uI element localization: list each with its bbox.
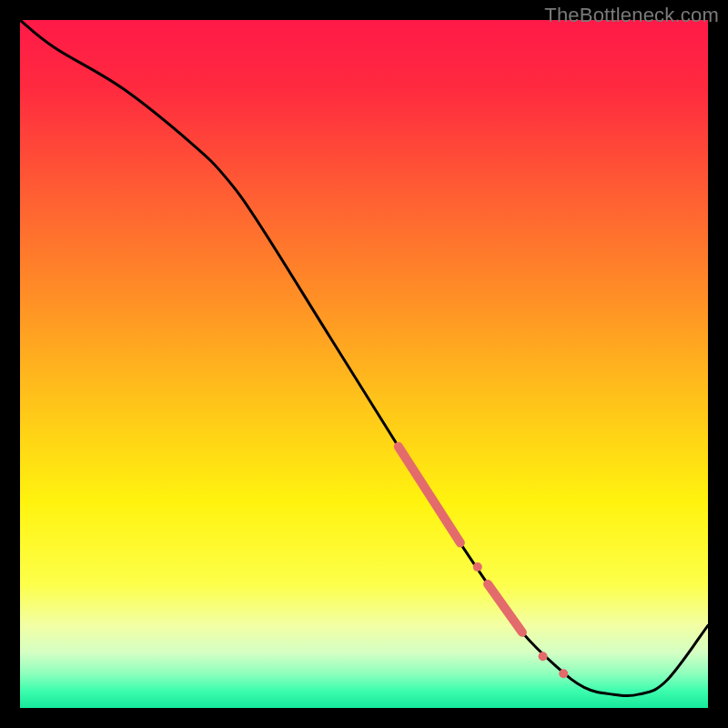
highlight-dot-0 bbox=[473, 562, 482, 571]
highlight-dot-2 bbox=[559, 669, 568, 678]
outer-frame: TheBottleneck.com bbox=[0, 0, 728, 728]
gradient-background bbox=[20, 20, 708, 708]
watermark-text: TheBottleneck.com bbox=[544, 4, 719, 27]
highlight-dot-1 bbox=[539, 652, 548, 661]
plot-area bbox=[20, 20, 708, 708]
chart-svg bbox=[20, 20, 708, 708]
